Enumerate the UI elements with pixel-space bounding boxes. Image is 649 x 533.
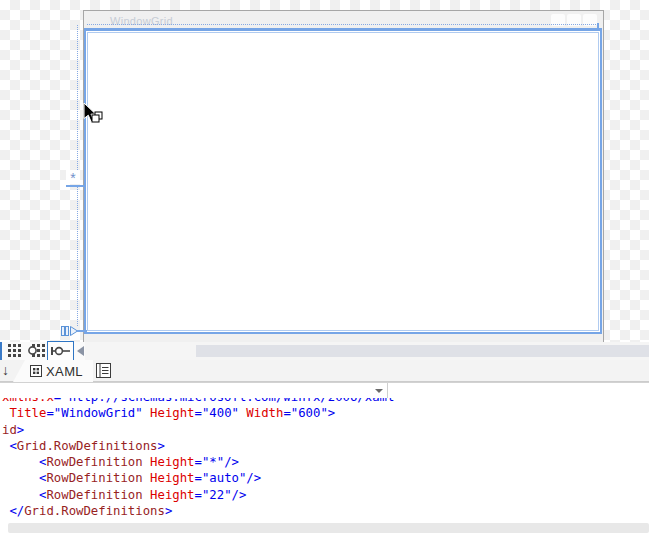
designed-window-title: WindowGrid (110, 15, 173, 27)
type-dropdown[interactable] (0, 383, 386, 399)
view-switcher-strip: ↓ XAML (0, 360, 649, 382)
grid-dots-icon[interactable] (8, 344, 21, 357)
chevron-down-icon (375, 389, 383, 393)
design-hscrollbar-thumb[interactable] (196, 345, 649, 357)
code-line[interactable]: Title="WindowGrid" Height="400" Width="6… (2, 405, 649, 421)
editor-hscrollbar-track[interactable] (0, 521, 649, 533)
tab-xaml-label: XAML (46, 364, 83, 379)
grid-top-rail-end-tick (597, 23, 599, 31)
grid-rail-marker-icon[interactable] (61, 324, 87, 338)
code-line[interactable]: <RowDefinition Height="*"/> (2, 454, 649, 470)
tab-xaml[interactable]: XAML (13, 360, 93, 382)
code-line[interactable]: id> (2, 422, 649, 438)
code-line[interactable]: xmlns:x="http://schemas.microsoft.com/wi… (2, 398, 649, 405)
code-line[interactable]: <Grid.RowDefinitions> (2, 438, 649, 454)
xaml-doc-icon (30, 365, 42, 377)
snap-lines-icon (48, 342, 73, 360)
selected-grid-element[interactable] (84, 28, 602, 334)
row-divider-handle[interactable] (66, 185, 86, 187)
cropped-toolbar-button-edge (0, 342, 2, 360)
code-line[interactable]: <RowDefinition Height="auto"/> (2, 470, 649, 486)
scroll-left-arrow-icon[interactable] (77, 346, 84, 356)
grid-top-rail[interactable] (87, 24, 598, 25)
design-surface: WindowGrid * (0, 0, 649, 342)
editor-navigation-bar: <> DataGrid (0, 382, 649, 398)
split-view-icon[interactable] (96, 363, 111, 378)
row-height-label: * (66, 170, 80, 184)
code-line[interactable]: </Grid.RowDefinitions> (2, 503, 649, 519)
xaml-designer-window: WindowGrid * (0, 0, 649, 533)
member-dropdown[interactable]: <> DataGrid (388, 383, 649, 399)
editor-hscrollbar-thumb[interactable] (8, 523, 649, 533)
code-line[interactable]: <RowDefinition Height="22"/> (2, 487, 649, 503)
mouse-cursor-copy-icon (83, 103, 105, 125)
design-hscrollbar-track[interactable] (85, 342, 649, 360)
xaml-code-editor[interactable]: xmlns:x="http://schemas.microsoft.com/wi… (0, 398, 649, 521)
designer-toolbar (0, 342, 649, 360)
snap-grid-icon[interactable] (28, 344, 45, 358)
swap-panes-button[interactable]: ↓ (2, 362, 9, 378)
snap-lines-button-selected[interactable] (47, 341, 74, 361)
